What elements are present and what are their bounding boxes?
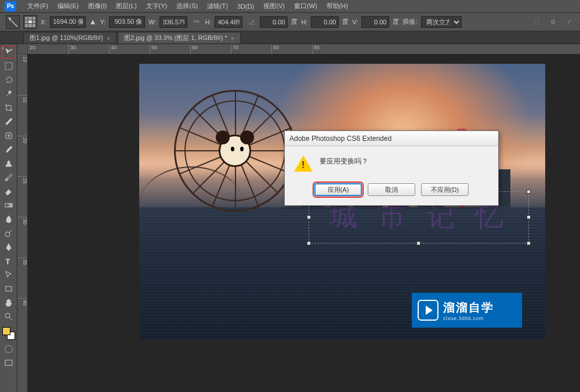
ruler-tick: 80 <box>271 44 312 55</box>
transform-tool-icon[interactable] <box>6 15 20 29</box>
tab-label: 图2.jpg @ 33.3% (图层 1, RGB/8#) * <box>124 34 227 42</box>
svg-point-7 <box>5 313 10 318</box>
tab-document-2[interactable]: 图2.jpg @ 33.3% (图层 1, RGB/8#) *× <box>118 32 241 43</box>
quick-mask-toggle[interactable] <box>2 343 16 355</box>
tab-document-1[interactable]: 图1.jpg @ 110%(RGB/8#)× <box>23 32 117 43</box>
hand-tool[interactable] <box>2 296 16 309</box>
clone-stamp-tool[interactable] <box>2 157 16 170</box>
link-icon[interactable]: ⚯ <box>191 17 201 27</box>
menu-help[interactable]: 帮助(H) <box>322 1 352 12</box>
menu-view[interactable]: 视图(V) <box>259 1 289 12</box>
brush-tool[interactable] <box>2 143 16 156</box>
document-tab-bar: 图1.jpg @ 110%(RGB/8#)× 图2.jpg @ 33.3% (图… <box>0 31 580 44</box>
svg-rect-8 <box>5 360 12 365</box>
skew-h-unit: 度 <box>342 17 349 26</box>
ruler-tick: 25 <box>17 176 28 217</box>
w-label: W: <box>148 19 156 26</box>
warning-icon <box>294 154 313 173</box>
menu-select[interactable]: 选择(S) <box>172 1 202 12</box>
transform-handle-mr[interactable] <box>527 215 531 219</box>
screen-mode-toggle[interactable] <box>2 357 16 369</box>
menu-edit[interactable]: 编辑(E) <box>53 1 83 12</box>
magic-wand-tool[interactable] <box>2 88 16 100</box>
svg-rect-0 <box>5 63 12 70</box>
y-input[interactable] <box>109 16 145 28</box>
commit-transform-icon[interactable]: ✓ <box>564 17 574 27</box>
transform-handle-br[interactable] <box>527 241 531 245</box>
transform-handle-bl[interactable] <box>307 241 311 245</box>
dont-apply-button[interactable]: 不应用(D) <box>421 183 469 196</box>
history-brush-tool[interactable] <box>2 171 16 184</box>
x-label: X: <box>41 19 46 26</box>
blur-tool[interactable] <box>2 213 16 226</box>
cancel-button[interactable]: 取消 <box>368 183 415 196</box>
menu-file[interactable]: 文件(F) <box>23 1 52 12</box>
vertical-ruler[interactable]: 10 15 20 25 30 35 40 <box>17 55 28 392</box>
menu-type[interactable]: 文字(Y) <box>142 1 172 12</box>
type-tool[interactable]: T <box>2 255 16 267</box>
healing-brush-tool[interactable] <box>2 129 16 142</box>
skew-v-unit: 度 <box>393 17 399 26</box>
play-icon <box>418 300 438 321</box>
interp-label: 插值: <box>403 17 417 26</box>
x-input[interactable] <box>50 16 86 28</box>
svg-rect-6 <box>6 286 12 291</box>
skew-v-label: V: <box>352 19 358 26</box>
transform-handle-tr[interactable] <box>527 190 531 194</box>
eyedropper-tool[interactable] <box>2 115 16 128</box>
canvas-image-mickey-face <box>219 135 251 167</box>
h-input[interactable] <box>215 16 242 28</box>
eraser-tool[interactable] <box>2 185 16 198</box>
menu-filter[interactable]: 滤镜(T) <box>203 1 232 12</box>
move-tool[interactable] <box>2 46 16 59</box>
svg-point-4 <box>5 232 10 237</box>
options-bar: X: Y: W: ⚯ H: ◿ 度 H: 度 V: 度 插值: 两次立方 ⬚ ⊘… <box>0 13 580 31</box>
foreground-color[interactable] <box>2 327 10 335</box>
warp-icon[interactable]: ⬚ <box>531 17 542 27</box>
ruler-tick: 40 <box>17 298 28 339</box>
tab-label: 图1.jpg @ 110%(RGB/8#) <box>30 34 103 42</box>
color-swatches[interactable] <box>2 327 15 340</box>
ruler-tick: 50 <box>150 44 190 55</box>
path-selection-tool[interactable] <box>2 268 16 281</box>
rectangle-tool[interactable] <box>2 282 16 295</box>
dialog-message: 要应用变换吗？ <box>320 154 368 166</box>
pen-tool[interactable] <box>2 241 16 253</box>
menu-image[interactable]: 图像(I) <box>84 1 111 12</box>
zoom-tool[interactable] <box>2 310 16 323</box>
menu-layer[interactable]: 图层(L) <box>112 1 140 12</box>
angle-icon: ◿ <box>246 17 256 27</box>
delta-icon[interactable] <box>89 19 96 26</box>
reference-point-icon[interactable] <box>23 15 37 29</box>
dodge-tool[interactable] <box>2 227 16 239</box>
h-label: H: <box>205 19 211 26</box>
ruler-tick: 10 <box>17 55 28 95</box>
marquee-tool[interactable] <box>2 60 16 72</box>
watermark-badge: 溜溜自学 zixue.3d66.com <box>412 293 522 328</box>
transform-handle-ml[interactable] <box>307 215 311 219</box>
skew-h-input[interactable] <box>311 16 339 28</box>
menu-3d[interactable]: 3D(D) <box>233 2 258 11</box>
transform-handle-bm[interactable] <box>416 241 420 245</box>
skew-v-input[interactable] <box>361 16 389 28</box>
svg-rect-3 <box>5 204 12 207</box>
lasso-tool[interactable] <box>2 74 16 86</box>
close-icon[interactable]: × <box>107 35 110 42</box>
interp-select[interactable]: 两次立方 <box>421 16 462 28</box>
ruler-tick: 35 <box>17 257 28 298</box>
menu-window[interactable]: 窗口(W) <box>290 1 321 12</box>
cancel-transform-icon[interactable]: ⊘ <box>548 17 558 27</box>
ruler-origin[interactable] <box>17 44 28 55</box>
close-icon[interactable]: × <box>231 35 234 42</box>
y-label: Y: <box>100 19 106 26</box>
angle-input[interactable] <box>260 16 288 28</box>
w-input[interactable] <box>160 16 187 28</box>
watermark-url: zixue.3d66.com <box>443 315 494 321</box>
gradient-tool[interactable] <box>2 199 16 212</box>
apply-button[interactable]: 应用(A) <box>314 183 362 196</box>
crop-tool[interactable] <box>2 101 16 114</box>
ruler-tick: 30 <box>68 44 109 55</box>
horizontal-ruler[interactable]: 20 30 40 50 60 70 80 85 <box>28 44 580 55</box>
ruler-tick: 40 <box>109 44 150 55</box>
dialog-title[interactable]: Adobe Photoshop CS6 Extended <box>285 131 498 146</box>
